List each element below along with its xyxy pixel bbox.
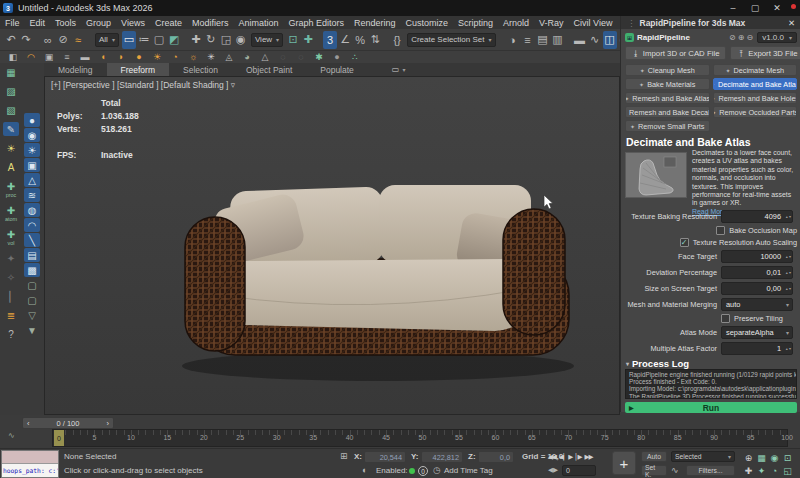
- menu-v-ray[interactable]: V-Ray: [534, 18, 569, 28]
- mini-curve-editor-icon[interactable]: ∿: [8, 431, 15, 440]
- viewport-label[interactable]: [+] [Perspective ] [Standard ] [Default …: [51, 80, 235, 90]
- face-mode-icon[interactable]: ▣: [24, 158, 40, 172]
- particles-icon[interactable]: ∴: [348, 52, 362, 63]
- drag-grip-icon[interactable]: ⋮: [627, 18, 636, 28]
- light-toggle-icon[interactable]: ☀: [24, 143, 40, 157]
- zoom-icon[interactable]: ⊕: [742, 451, 755, 464]
- default-tangent-icon[interactable]: ∿: [671, 465, 679, 475]
- go-to-end-button[interactable]: ▶▶: [585, 453, 593, 461]
- notes-icon[interactable]: ≣: [3, 308, 19, 322]
- set-keys-button[interactable]: +: [612, 451, 636, 475]
- ribbon-toggle-icon[interactable]: ▬: [573, 31, 587, 49]
- rectangular-selection-icon[interactable]: ▢: [152, 31, 166, 49]
- tab-freeform[interactable]: Freeform: [107, 63, 169, 76]
- panel-close-icon[interactable]: ✕: [788, 18, 795, 28]
- perspective-viewport[interactable]: [+] [Perspective ] [Standard ] [Default …: [44, 76, 620, 415]
- filter-icon[interactable]: ▽: [24, 308, 40, 322]
- divider-icon[interactable]: ⎢: [3, 289, 19, 303]
- x-coordinate-field[interactable]: 20,544: [364, 451, 406, 463]
- box-icon[interactable]: ▢: [24, 278, 40, 292]
- menu-scripting[interactable]: Scripting: [453, 18, 498, 28]
- select-move-icon[interactable]: ✚: [189, 31, 203, 49]
- menu-file[interactable]: File: [0, 18, 25, 28]
- add-time-tag[interactable]: Add Time Tag: [444, 466, 493, 475]
- select-rotate-icon[interactable]: ↻: [204, 31, 218, 49]
- light-a-icon[interactable]: A: [3, 160, 19, 174]
- unlink-icon[interactable]: ⊘: [56, 31, 70, 49]
- go-to-start-button[interactable]: ◀◀: [548, 453, 556, 461]
- light-icon[interactable]: ☀: [150, 52, 164, 63]
- maximize-button[interactable]: ▢: [744, 3, 766, 13]
- panel-header[interactable]: ⋮ RapidPipeline for 3ds Max ✕: [621, 16, 800, 29]
- run-button[interactable]: ▶ Run: [625, 402, 797, 413]
- angle-snap-icon[interactable]: ∠: [338, 31, 352, 49]
- menu-group[interactable]: Group: [81, 18, 116, 28]
- ghost2-icon[interactable]: ◌: [294, 52, 308, 63]
- menu-civil-view[interactable]: Civil View: [569, 18, 618, 28]
- tab-object-paint[interactable]: Object Paint: [232, 63, 306, 76]
- layer-explorer-toggle-icon[interactable]: ▥: [551, 31, 565, 49]
- bake-occlusion-map-checkbox[interactable]: [716, 226, 725, 235]
- absolute-mode-icon[interactable]: ⊞: [340, 451, 348, 461]
- filter2-icon[interactable]: ▼: [24, 323, 40, 337]
- snaps-toggle-icon[interactable]: 3: [323, 31, 337, 49]
- current-frame-field[interactable]: 0: [562, 465, 596, 476]
- geosphere-icon[interactable]: ◬: [222, 52, 236, 63]
- star-icon[interactable]: ✳: [204, 52, 218, 63]
- menu-customize[interactable]: Customize: [401, 18, 454, 28]
- orbit-icon[interactable]: ◔: [768, 464, 781, 477]
- listener-pane[interactable]: hoops_path: c:': [2, 464, 58, 477]
- dome-icon[interactable]: ◗: [114, 52, 128, 63]
- menu-graph-editors[interactable]: Graph Editors: [283, 18, 349, 28]
- select-scale-icon[interactable]: ◲: [219, 31, 233, 49]
- maxscript-mini-listener[interactable]: hoops_path: c:': [1, 450, 59, 478]
- tab-selection[interactable]: Selection: [169, 63, 232, 76]
- schematic-view-icon[interactable]: ◫: [603, 31, 617, 49]
- scene-explorer-toggle-icon[interactable]: ▤: [536, 31, 550, 49]
- next-frame-arrow[interactable]: ›: [107, 419, 110, 428]
- teapot-icon[interactable]: ◖: [96, 52, 110, 63]
- action-remesh-and-bake-decals[interactable]: ✦Remesh and Bake Decals: [625, 106, 710, 118]
- track-bar[interactable]: 0 51015202530354045505560657075808590951…: [52, 429, 788, 447]
- spinner-arrows-icon[interactable]: ▴ ▾: [786, 283, 791, 294]
- selection-set-dropdown[interactable]: Create Selection Set▾: [407, 33, 495, 47]
- menu-tools[interactable]: Tools: [50, 18, 81, 28]
- z-coordinate-field[interactable]: 0,0: [478, 451, 514, 463]
- mirror-icon[interactable]: ◑: [506, 31, 520, 49]
- time-marker[interactable]: 0: [54, 430, 64, 446]
- snapshot-icon[interactable]: ◧: [6, 52, 20, 63]
- menu-views[interactable]: Views: [116, 18, 150, 28]
- zoom-in-icon[interactable]: ⊕: [737, 33, 746, 42]
- zoom-out-icon[interactable]: ⊖: [745, 33, 754, 42]
- container-explorer-icon[interactable]: ▧: [3, 103, 19, 117]
- camera-icon[interactable]: ▣: [42, 52, 56, 63]
- deviation-percentage-field[interactable]: 0,01▴ ▾: [721, 266, 793, 279]
- viewport-filter-icon[interactable]: ▿: [231, 80, 235, 90]
- import-button[interactable]: ⭳ Import 3D or CAD File: [625, 46, 726, 60]
- fire-effect-icon[interactable]: ✱: [312, 52, 326, 63]
- play-button[interactable]: ▶: [568, 453, 572, 461]
- spot-light-icon[interactable]: ◔: [168, 52, 182, 63]
- menu-arnold[interactable]: Arnold: [498, 18, 534, 28]
- menu-create[interactable]: Create: [150, 18, 187, 28]
- redo-icon[interactable]: ↷: [19, 31, 33, 49]
- size-on-screen-target-field[interactable]: 0,00▴ ▾: [721, 282, 793, 295]
- sphere-icon[interactable]: ●: [132, 52, 146, 63]
- enabled-count-badge[interactable]: 0: [418, 466, 428, 476]
- disconnect-icon[interactable]: ⊘: [728, 33, 737, 42]
- minimize-button[interactable]: –: [722, 3, 744, 13]
- scene-explorer-icon[interactable]: ▦: [3, 65, 19, 79]
- proc-create-icon[interactable]: ✚: [3, 179, 19, 193]
- maximize-viewport-icon[interactable]: ◱: [781, 464, 794, 477]
- prev-frame-arrow[interactable]: ‹: [27, 419, 30, 428]
- menu-animation[interactable]: Animation: [233, 18, 283, 28]
- mesh-and-material-merging-dropdown[interactable]: auto▾: [721, 298, 793, 311]
- menu-edit[interactable]: Edit: [25, 18, 51, 28]
- soft-selection-icon[interactable]: ≋: [24, 188, 40, 202]
- action-bake-materials[interactable]: ✦Bake Materials: [625, 78, 710, 90]
- star-tool2-icon[interactable]: ✧: [3, 270, 19, 284]
- line-icon[interactable]: ╲: [24, 233, 40, 247]
- multiple-atlas-factor-field[interactable]: 1▴ ▾: [721, 342, 793, 355]
- bind-spacewarp-icon[interactable]: ≈: [71, 31, 85, 49]
- adaptive-degradation-icon[interactable]: ◐: [362, 465, 367, 475]
